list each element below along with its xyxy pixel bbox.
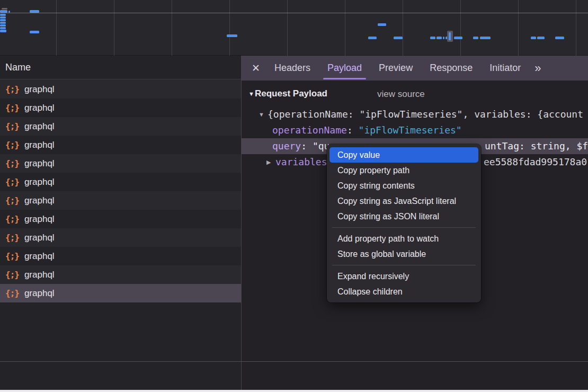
tab-headers[interactable]: Headers <box>266 56 319 81</box>
overview-row-divider <box>0 13 588 13</box>
overview-gridline <box>576 0 576 56</box>
request-timing-bar <box>2 8 7 10</box>
request-name-label: graphql <box>24 288 55 299</box>
json-braces-icon: {;} <box>5 140 19 150</box>
tree-expanded-arrow-icon[interactable]: ▼ <box>259 106 264 122</box>
tabs-container: HeadersPayloadPreviewResponseInitiator <box>266 56 529 81</box>
overview-marker-bar <box>449 32 451 40</box>
request-timing-bar <box>443 37 444 39</box>
overview-gridline <box>172 0 172 56</box>
menu-item-copy-string-as-json-literal[interactable]: Copy string as JSON literal <box>329 209 478 224</box>
menu-item-copy-string-contents[interactable]: Copy string contents <box>329 178 478 193</box>
request-timing-bar <box>537 37 545 39</box>
request-timing-bar <box>0 24 6 26</box>
json-braces-icon: {;} <box>5 84 19 94</box>
tab-response[interactable]: Response <box>421 56 481 81</box>
request-name-label: graphql <box>24 195 55 206</box>
network-request-row[interactable]: {;}graphql <box>0 117 241 136</box>
request-name-label: graphql <box>24 121 55 132</box>
network-request-row[interactable]: {;}graphql <box>0 210 241 228</box>
property-key: operationName <box>272 124 347 136</box>
overview-gridline <box>345 0 345 56</box>
name-column-header[interactable]: Name <box>0 56 241 79</box>
network-request-row[interactable]: {;}graphql <box>0 265 241 284</box>
json-braces-icon: {;} <box>5 177 19 187</box>
name-column-label: Name <box>5 62 31 73</box>
menu-item-copy-string-as-javascript-literal[interactable]: Copy string as JavaScript literal <box>329 193 478 209</box>
network-request-row[interactable]: {;}graphql <box>0 136 241 154</box>
request-name-label: graphql <box>24 233 55 243</box>
request-timing-bar <box>8 11 10 13</box>
request-timing-bar <box>394 37 403 39</box>
network-request-row[interactable]: {;}graphql <box>0 80 241 99</box>
payload-tree-root-row[interactable]: ▼ {operationName: "ipFlowTimeseries", va… <box>242 106 588 122</box>
overview-gridline <box>229 0 230 56</box>
network-request-row[interactable]: {;}graphql <box>0 247 241 265</box>
request-list: {;}graphql{;}graphql{;}graphql{;}graphql… <box>0 80 241 302</box>
json-braces-icon: {;} <box>5 214 19 224</box>
request-payload-section-header[interactable]: ▼ Request Payload view source <box>242 86 588 104</box>
request-timing-bar <box>531 37 536 39</box>
network-request-row[interactable]: {;}graphql <box>0 284 241 302</box>
network-request-row[interactable]: {;}graphql <box>0 154 241 173</box>
request-timing-bar <box>0 27 6 29</box>
network-request-row[interactable]: {;}graphql <box>0 228 241 247</box>
payload-operationname-row[interactable]: operationName: "ipFlowTimeseries" <box>242 122 588 138</box>
json-braces-icon: {;} <box>5 233 19 243</box>
request-timing-bar <box>30 31 39 33</box>
json-braces-icon: {;} <box>5 158 19 168</box>
menu-item-expand-recursively[interactable]: Expand recursively <box>329 269 478 284</box>
network-request-row[interactable]: {;}graphql <box>0 173 241 191</box>
property-key: variables <box>275 154 327 170</box>
tab-payload[interactable]: Payload <box>319 56 370 81</box>
footer-divider <box>0 361 588 362</box>
overview-gridline <box>114 0 114 56</box>
request-name-label: graphql <box>24 158 55 169</box>
menu-item-copy-value[interactable]: Copy value <box>329 147 478 163</box>
menu-item-collapse-children[interactable]: Collapse children <box>329 284 478 299</box>
property-value-string: "ipFlowTimeseries" <box>359 124 462 136</box>
request-timing-bar <box>378 23 386 26</box>
overview-gridline <box>460 0 461 56</box>
request-timing-bar <box>0 16 6 19</box>
section-title: Request Payload <box>255 88 327 99</box>
property-key: query <box>272 140 301 152</box>
property-value-right-fragment: untTag: string, $f <box>485 138 588 154</box>
request-timing-bar <box>555 37 564 39</box>
request-timing-bar <box>0 19 6 21</box>
request-name-label: graphql <box>24 84 55 95</box>
payload-root-preview: {operationName: "ipFlowTimeseries", vari… <box>268 106 583 122</box>
request-name-label: graphql <box>24 214 55 225</box>
menu-item-copy-property-path[interactable]: Copy property path <box>329 163 478 178</box>
key-separator: : <box>301 140 313 152</box>
menu-separator <box>332 265 476 265</box>
network-request-row[interactable]: {;}graphql <box>0 191 241 210</box>
request-timing-bar <box>0 30 6 32</box>
menu-item-store-as-global-variable[interactable]: Store as global variable <box>329 246 478 262</box>
request-name-label: graphql <box>24 177 55 188</box>
close-icon[interactable]: ✕ <box>246 56 266 81</box>
request-timing-bar <box>227 34 237 37</box>
json-braces-icon: {;} <box>5 121 19 131</box>
overview-marker <box>447 31 453 42</box>
json-braces-icon: {;} <box>5 288 19 298</box>
view-source-link[interactable]: view source <box>377 89 425 100</box>
property-value-right-fragment: ee5588fdad995178a0 <box>484 154 587 170</box>
tab-initiator[interactable]: Initiator <box>481 56 529 81</box>
menu-item-add-property-path-to-watch[interactable]: Add property path to watch <box>329 231 478 246</box>
overview-gridline <box>56 0 57 56</box>
context-menu: Copy valueCopy property pathCopy string … <box>327 144 481 302</box>
menu-separator <box>332 227 476 228</box>
request-timing-bar <box>368 37 377 39</box>
tree-collapsed-arrow-icon[interactable]: ▶ <box>266 154 271 170</box>
network-overview-waterfall[interactable] <box>0 0 588 56</box>
request-timing-bar <box>436 37 442 39</box>
request-timing-bar <box>480 37 491 39</box>
tab-preview[interactable]: Preview <box>370 56 421 81</box>
json-braces-icon: {;} <box>5 103 19 113</box>
more-tabs-icon[interactable]: » <box>529 56 546 81</box>
network-request-panel: Name {;}graphql{;}graphql{;}graphql{;}gr… <box>0 56 242 392</box>
network-request-row[interactable]: {;}graphql <box>0 99 241 117</box>
overview-gridline <box>518 0 519 56</box>
overview-gridline <box>403 0 403 56</box>
